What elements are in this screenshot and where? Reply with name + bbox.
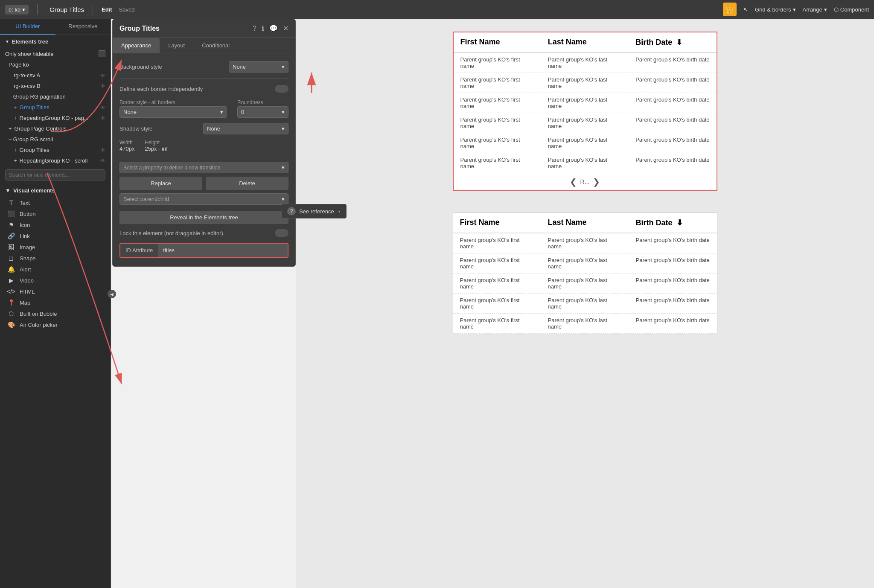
- modal-body: Background style None ▾ Define each bord…: [113, 53, 295, 266]
- table-row: Parent group's KO's first name Parent gr…: [453, 294, 717, 314]
- shadow-style-label: Shadow style: [119, 125, 198, 132]
- shadow-style-select[interactable]: None ▾: [203, 123, 288, 134]
- cell: Parent group's KO's birth date: [629, 53, 716, 73]
- eye-icon[interactable]: 👁: [100, 105, 105, 111]
- element-html-label: HTML: [20, 288, 35, 295]
- component-btn[interactable]: ⬡ Component: [834, 6, 869, 13]
- define-border-row: Define each border independently: [119, 82, 288, 95]
- delete-button[interactable]: Delete: [206, 177, 288, 190]
- tree-item-group-titles-2[interactable]: + Group Titles 👁: [0, 145, 111, 155]
- arrow-icon: ▼: [5, 187, 11, 194]
- prev-page-btn[interactable]: ❮: [570, 177, 577, 187]
- close-icon[interactable]: ✕: [283, 24, 288, 32]
- element-html[interactable]: </> HTML: [0, 286, 111, 297]
- next-page-btn[interactable]: ❯: [593, 177, 600, 187]
- cell: Parent group's KO's first name: [454, 53, 541, 73]
- tree-item-group-titles-1[interactable]: + Group Titles 👁: [0, 102, 111, 113]
- cell: Parent group's KO's last name: [541, 314, 629, 333]
- image-icon: 🖼: [7, 244, 15, 250]
- border-style-select[interactable]: None ▾: [119, 106, 227, 118]
- eye-icon[interactable]: 👁: [100, 158, 105, 164]
- page-label: R...: [580, 178, 590, 185]
- element-text-label: Text: [20, 200, 30, 206]
- tab-layout[interactable]: Layout: [160, 38, 193, 53]
- replace-button[interactable]: Replace: [119, 177, 202, 190]
- element-map[interactable]: 📍 Map: [0, 297, 111, 308]
- tab-appearance[interactable]: Appearance: [113, 38, 160, 53]
- element-bubble[interactable]: ⬡ Built on Bubble: [0, 308, 111, 319]
- define-border-toggle[interactable]: [275, 85, 288, 93]
- tree-item-rg-scroll[interactable]: + RepeatingGroup KO - scroll 👁: [0, 155, 111, 166]
- tree-item-rg-csv-b[interactable]: rg-to-csv B 👁: [0, 81, 111, 91]
- chevron-down-icon: ▾: [793, 6, 796, 13]
- tree-item-page-ko[interactable]: Page ko: [0, 59, 111, 70]
- element-video[interactable]: ▶ Video: [0, 275, 111, 286]
- grid-borders-btn[interactable]: Grid & borders ▾: [755, 6, 796, 13]
- cursor-btn[interactable]: ↖: [743, 6, 748, 13]
- element-air-color-picker[interactable]: 🎨 Air Color picker: [0, 319, 111, 330]
- collapse-sidebar-btn[interactable]: ◀: [108, 290, 116, 298]
- edit-label[interactable]: Edit: [102, 6, 112, 13]
- see-reference-label: See reference →: [299, 208, 341, 215]
- tab-ui-builder[interactable]: UI Builder: [0, 19, 55, 35]
- lock-toggle[interactable]: [275, 229, 288, 237]
- table-row: Parent group's KO's first name Parent gr…: [453, 233, 717, 253]
- visual-elements-header[interactable]: ▼ Visual elements: [0, 184, 111, 197]
- only-show-hideable-row[interactable]: Only show hideable: [0, 48, 111, 59]
- element-image[interactable]: 🖼 Image: [0, 242, 111, 253]
- top-bar-right: 👑 ↖ Grid & borders ▾ Arrange ▾ ⬡ Compone…: [723, 3, 869, 16]
- download-icon-2[interactable]: ⬇: [676, 218, 683, 227]
- table-row: Parent group's KO's first name Parent gr…: [453, 314, 717, 334]
- main-content: First Name Last Name Birth Date ⬇ Parent…: [296, 19, 874, 588]
- help-icon[interactable]: ?: [253, 25, 256, 32]
- plus-icon: +: [14, 157, 17, 164]
- separator: [37, 4, 38, 15]
- canvas-area: First Name Last Name Birth Date ⬇ Parent…: [296, 19, 874, 347]
- icon-icon: ⚑: [7, 221, 15, 228]
- chat-icon[interactable]: 💬: [269, 24, 278, 32]
- tree-item-rg-pag[interactable]: + RepeatingGroup KO - pag... 👁: [0, 113, 111, 123]
- table-row: Parent group's KO's first name Parent gr…: [453, 274, 717, 294]
- see-reference-tooltip[interactable]: ? See reference →: [282, 204, 347, 218]
- eye-icon[interactable]: 👁: [100, 83, 105, 89]
- element-icon[interactable]: ⚑ Icon: [0, 219, 111, 230]
- elements-tree-header[interactable]: ▼ Elements tree: [0, 35, 111, 48]
- cell: Parent group's KO's last name: [541, 153, 629, 173]
- grid-borders-label: Grid & borders: [755, 6, 791, 13]
- search-elements-input[interactable]: [5, 169, 105, 180]
- pagination-row-1: ❮ R... ❯: [454, 173, 717, 190]
- id-attribute-value[interactable]: titles: [158, 244, 288, 257]
- reveal-button[interactable]: Reveal in the Elements tree: [119, 211, 288, 224]
- element-text[interactable]: T Text: [0, 197, 111, 208]
- element-button[interactable]: ⬛ Button: [0, 208, 111, 219]
- download-icon-1[interactable]: ⬇: [676, 38, 682, 47]
- page-dropdown[interactable]: e: ko ▾: [5, 5, 29, 15]
- lock-label: Lock this element (not draggable in edit…: [119, 230, 270, 236]
- header-lastname-2: Last Name: [541, 213, 629, 233]
- tab-conditional[interactable]: Conditional: [193, 38, 238, 53]
- roundness-label: Roundness: [237, 98, 288, 106]
- tree-item-group-rg-pagination[interactable]: – Group RG pagination: [0, 91, 111, 102]
- arrange-btn[interactable]: Arrange ▾: [803, 6, 827, 13]
- tree-item-group-page-controls[interactable]: + Group Page Controls: [0, 123, 111, 134]
- element-shape[interactable]: ◻ Shape: [0, 253, 111, 264]
- tree-item-group-rg-scroll[interactable]: – Group RG scroll: [0, 134, 111, 145]
- tab-responsive[interactable]: Responsive: [55, 19, 111, 35]
- cell: Parent group's KO's birth date: [629, 274, 717, 293]
- cell: Parent group's KO's last name: [541, 93, 629, 113]
- transition-select[interactable]: Select a property to define a new transi…: [119, 162, 288, 173]
- tree-item-rg-csv-a[interactable]: rg-to-csv A 👁: [0, 70, 111, 81]
- element-link[interactable]: 🔗 Link: [0, 230, 111, 242]
- background-style-select[interactable]: None ▾: [229, 61, 288, 73]
- parent-child-select[interactable]: Select parent/child ▾: [119, 193, 288, 205]
- top-bar-left: e: ko ▾ Group Titles Edit Saved: [5, 4, 135, 15]
- dimension-row: Width 470px Height 25px - inf: [119, 137, 288, 154]
- select-arrow3: ▾: [282, 109, 285, 115]
- eye-icon[interactable]: 👁: [100, 147, 105, 153]
- roundness-select[interactable]: 0 ▾: [237, 106, 288, 118]
- only-show-hideable-checkbox[interactable]: [99, 50, 105, 57]
- info-icon[interactable]: ℹ: [262, 24, 264, 32]
- eye-icon[interactable]: 👁: [100, 73, 105, 79]
- element-alert[interactable]: 🔔 Alert: [0, 264, 111, 275]
- eye-icon[interactable]: 👁: [100, 115, 105, 121]
